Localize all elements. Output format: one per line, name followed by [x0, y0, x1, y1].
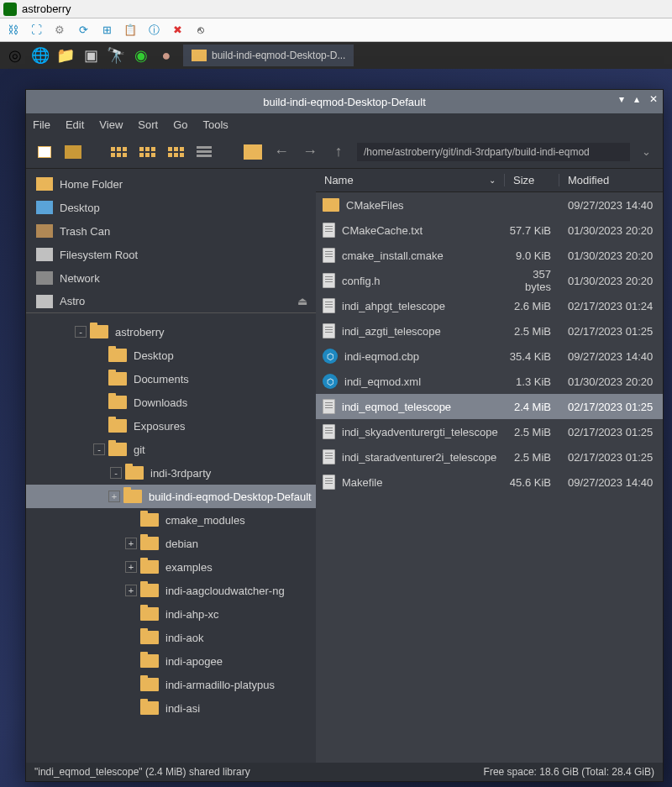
menu-bar: FileEditViewSortGoTools: [26, 113, 663, 135]
column-header-name[interactable]: Name ⌄: [316, 174, 505, 186]
tree-node[interactable]: -git: [26, 438, 316, 461]
vnc-disconnect-icon[interactable]: ⎋: [193, 23, 208, 38]
new-folder-button[interactable]: [63, 142, 83, 162]
file-row[interactable]: indi_skyadventurergti_telescope2.5 MiB02…: [316, 419, 663, 444]
file-name: indi_eqmod_telescope: [342, 401, 451, 413]
tree-node[interactable]: Documents: [26, 367, 316, 391]
file-icon: [323, 298, 335, 313]
home-button[interactable]: [243, 142, 263, 162]
place-filesystem-root[interactable]: Filesystem Root: [26, 243, 316, 266]
expand-toggle[interactable]: +: [108, 491, 120, 502]
eject-icon[interactable]: ⏏: [297, 295, 307, 307]
file-row[interactable]: ⬡indi-eqmod.cbp35.4 KiB09/27/2023 14:40: [316, 344, 663, 369]
path-history-button[interactable]: ⌄: [638, 145, 654, 158]
file-icon: [323, 424, 335, 439]
forward-button[interactable]: →: [300, 142, 320, 162]
vnc-connect-icon[interactable]: ⛓: [5, 23, 20, 38]
file-row[interactable]: CMakeCache.txt57.7 KiB01/30/2023 20:20: [316, 218, 663, 243]
thumbnail-view-button[interactable]: [165, 142, 186, 162]
tree-node[interactable]: Desktop: [26, 344, 316, 367]
file-row[interactable]: indi_staradventurer2i_telescope2.5 MiB02…: [316, 444, 663, 470]
place-trash-can[interactable]: Trash Can: [26, 219, 316, 243]
vnc-info-icon[interactable]: ⓘ: [146, 23, 161, 38]
menu-tools[interactable]: Tools: [203, 118, 228, 131]
terminal-icon[interactable]: ▣: [79, 44, 102, 67]
menu-launcher-icon[interactable]: ◎: [3, 44, 27, 67]
expand-toggle[interactable]: -: [75, 326, 87, 338]
menu-edit[interactable]: Edit: [66, 118, 84, 131]
close-button[interactable]: ✕: [649, 93, 658, 105]
desktop-area[interactable]: build-indi-eqmod-Desktop-Default ▾ ▴ ✕ F…: [0, 69, 672, 787]
place-home-folder[interactable]: Home Folder: [26, 172, 316, 196]
column-header-modified[interactable]: Modified: [559, 174, 663, 186]
expand-toggle[interactable]: +: [125, 585, 137, 596]
minimize-button[interactable]: ▾: [619, 93, 624, 105]
vnc-refresh-icon[interactable]: ⟳: [76, 23, 91, 38]
column-header-size[interactable]: Size: [505, 174, 559, 186]
tree-node[interactable]: +indi-aagcloudwatcher-ng: [26, 579, 316, 602]
tree-node[interactable]: indi-ahp-xc: [26, 602, 316, 626]
menu-go[interactable]: Go: [173, 118, 187, 131]
phd-icon[interactable]: ◉: [129, 44, 153, 67]
places-section: Home FolderDesktopTrash CanFilesystem Ro…: [26, 169, 316, 317]
expand-toggle[interactable]: +: [125, 561, 137, 573]
place-desktop[interactable]: Desktop: [26, 196, 316, 219]
vnc-close-icon[interactable]: ✖: [170, 23, 185, 38]
status-bar: "indi_eqmod_telescope" (2.4 MiB) shared …: [26, 763, 663, 781]
window-titlebar[interactable]: build-indi-eqmod-Desktop-Default ▾ ▴ ✕: [26, 90, 663, 113]
file-icon: [323, 399, 335, 414]
vnc-cad-icon[interactable]: ⊞: [99, 23, 114, 38]
file-manager-icon[interactable]: 📁: [54, 44, 77, 67]
tree-node[interactable]: +examples: [26, 555, 316, 579]
tree-node[interactable]: -indi-3rdparty: [26, 461, 316, 485]
telescope-icon[interactable]: 🔭: [104, 44, 128, 67]
tree-node[interactable]: Downloads: [26, 391, 316, 414]
file-row[interactable]: indi_azgti_telescope2.5 MiB02/17/2023 01…: [316, 318, 663, 344]
vnc-titlebar: astroberry: [0, 0, 672, 18]
vnc-fullscreen-icon[interactable]: ⛶: [29, 23, 44, 38]
file-size: 45.6 KiB: [505, 476, 559, 489]
tree-node[interactable]: indi-aok: [26, 626, 316, 649]
file-row[interactable]: ⬡indi_eqmod.xml1.3 KiB01/30/2023 20:20: [316, 369, 663, 394]
planetarium-icon[interactable]: ●: [155, 44, 178, 67]
back-button[interactable]: ←: [271, 142, 291, 162]
menu-sort[interactable]: Sort: [138, 118, 158, 131]
folder-tree[interactable]: -astroberryDesktopDocumentsDownloadsExpo…: [26, 317, 316, 763]
up-button[interactable]: ↑: [328, 142, 349, 162]
tree-node[interactable]: indi-asi: [26, 696, 316, 720]
path-input[interactable]: /home/astroberry/git/indi-3rdparty/build…: [357, 143, 630, 161]
maximize-button[interactable]: ▴: [634, 93, 639, 105]
file-row[interactable]: cmake_install.cmake9.0 KiB01/30/2023 20:…: [316, 243, 663, 268]
place-network[interactable]: Network: [26, 266, 316, 290]
tree-node[interactable]: indi-apogee: [26, 649, 316, 673]
vnc-settings-icon[interactable]: ⚙: [52, 23, 67, 38]
tree-node[interactable]: cmake_modules: [26, 508, 316, 532]
file-size: 357 bytes: [505, 268, 559, 293]
tree-node[interactable]: Exposures: [26, 414, 316, 438]
web-browser-icon[interactable]: 🌐: [29, 44, 52, 67]
file-size: 57.7 KiB: [505, 224, 559, 237]
file-row[interactable]: CMakeFiles09/27/2023 14:40: [316, 192, 663, 218]
taskbar-button-filemanager[interactable]: build-indi-eqmod-Desktop-D...: [183, 45, 354, 66]
project-icon: ⬡: [323, 374, 338, 389]
expand-toggle[interactable]: -: [110, 467, 122, 479]
tree-node[interactable]: indi-armadillo-platypus: [26, 673, 316, 696]
menu-view[interactable]: View: [99, 118, 123, 131]
file-row[interactable]: indi_eqmod_telescope2.4 MiB02/17/2023 01…: [316, 394, 663, 419]
compact-view-button[interactable]: [137, 142, 157, 162]
tree-node[interactable]: +debian: [26, 532, 316, 555]
place-astro[interactable]: Astro⏏: [26, 290, 316, 313]
file-row[interactable]: Makefile45.6 KiB09/27/2023 14:40: [316, 470, 663, 495]
expand-toggle[interactable]: +: [125, 538, 137, 549]
file-row[interactable]: indi_ahpgt_telescope2.6 MiB02/17/2023 01…: [316, 293, 663, 318]
vnc-clipboard-icon[interactable]: 📋: [123, 23, 138, 38]
icon-view-button[interactable]: [108, 142, 129, 162]
list-view-button[interactable]: [194, 142, 214, 162]
tree-node[interactable]: -astroberry: [26, 320, 316, 344]
tree-node[interactable]: +build-indi-eqmod-Desktop-Default: [26, 485, 316, 508]
new-tab-button[interactable]: [34, 142, 55, 162]
file-size: 2.5 MiB: [505, 451, 559, 464]
file-row[interactable]: config.h357 bytes01/30/2023 20:20: [316, 268, 663, 293]
expand-toggle[interactable]: -: [93, 443, 105, 455]
menu-file[interactable]: File: [33, 118, 50, 131]
